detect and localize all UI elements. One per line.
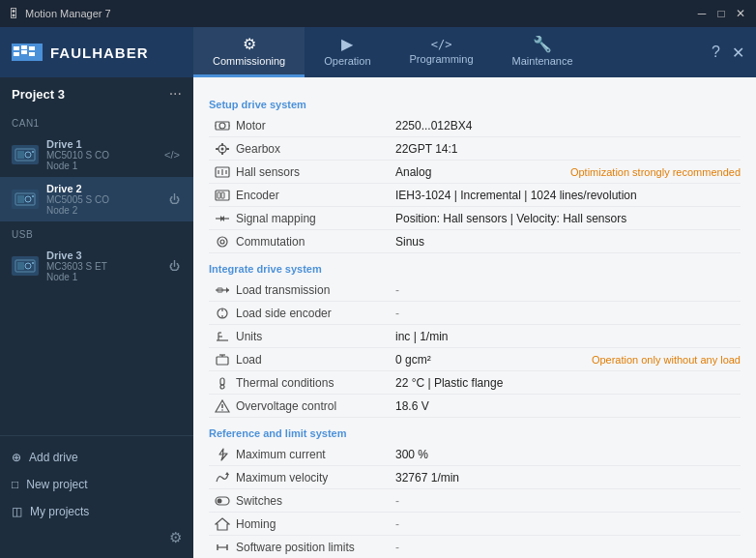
titlebar: 🎛 Motion Manager 7 ─ □ ✕ <box>0 0 756 27</box>
prop-load-enc: Load side encoder - <box>209 302 741 325</box>
project-title: Project 3 <box>12 87 65 102</box>
load-trans-label: Load transmission <box>236 283 395 297</box>
svg-rect-27 <box>226 148 229 150</box>
drive-2-info: Drive 2 MC5005 S CO Node 2 <box>46 183 160 216</box>
prop-gearbox: Gearbox 22GPT 14:1 <box>209 137 741 161</box>
svg-rect-34 <box>221 192 224 198</box>
header-right: ? ✕ <box>700 27 756 77</box>
soft-limits-value: - <box>395 541 741 554</box>
svg-rect-4 <box>29 46 35 50</box>
svg-point-17 <box>32 262 34 264</box>
tab-maintenance[interactable]: 🔧 Maintenance <box>493 27 593 77</box>
drive-3-power-button[interactable]: ⏻ <box>167 259 182 273</box>
signal-value: Position: Hall sensors | Velocity: Hall … <box>395 212 741 225</box>
max-velocity-icon <box>209 471 236 485</box>
prop-load-trans: Load transmission - <box>209 279 741 302</box>
drive-2-power-button[interactable]: ⏻ <box>167 192 182 206</box>
my-projects-item[interactable]: ◫ My projects <box>0 498 193 525</box>
overvoltage-icon <box>209 399 236 413</box>
prop-commutation: Commutation Sinus <box>209 230 741 253</box>
commutation-value: Sinus <box>395 235 741 249</box>
app-title: Motion Manager 7 <box>25 8 111 19</box>
tab-operation[interactable]: ▶ Operation <box>305 27 390 77</box>
maximize-button[interactable]: □ <box>713 6 729 21</box>
project-header: Project 3 ··· <box>0 77 193 110</box>
programming-icon: </> <box>431 38 452 51</box>
max-velocity-label: Maximum velocity <box>236 471 395 485</box>
overvoltage-label: Overvoltage control <box>236 399 395 413</box>
hall-label: Hall sensors <box>236 165 395 179</box>
load-icon <box>209 353 236 367</box>
prop-max-velocity: Maximum velocity 32767 1/min <box>209 466 741 489</box>
drive-2-model: MC5005 S CO <box>46 194 160 205</box>
max-current-label: Maximum current <box>236 448 395 461</box>
logo-text: FAULHABER <box>50 44 149 61</box>
motor-value: 2250...012BX4 <box>395 119 741 132</box>
load-trans-icon <box>209 283 236 297</box>
drive-item-2[interactable]: Drive 2 MC5005 S CO Node 2 ⏻ <box>0 177 193 221</box>
project-menu-button[interactable]: ··· <box>169 85 182 103</box>
units-icon <box>209 330 236 343</box>
prop-signal: Signal mapping Position: Hall sensors | … <box>209 207 741 230</box>
prop-soft-limits: Software position limits - <box>209 536 741 558</box>
svg-rect-51 <box>217 357 228 365</box>
svg-marker-60 <box>225 472 229 475</box>
thermal-icon <box>209 376 236 390</box>
motor-icon <box>209 119 236 132</box>
settings-button[interactable]: ✕ <box>732 44 744 62</box>
app-header: FAULHABER ⚙ Commissioning ▶ Operation </… <box>0 27 756 77</box>
tab-operation-label: Operation <box>324 55 370 67</box>
prop-encoder: Encoder IEH3-1024 | Incremental | 1024 l… <box>209 184 741 207</box>
max-current-icon <box>209 448 236 461</box>
svg-rect-2 <box>21 45 27 49</box>
prop-homing: Homing - <box>209 513 741 536</box>
drive-item-3[interactable]: Drive 3 MC3603 S ET Node 1 ⏻ <box>0 244 193 288</box>
tab-commissioning[interactable]: ⚙ Commissioning <box>193 27 305 77</box>
add-drive-item[interactable]: ⊕ Add drive <box>0 444 193 471</box>
hall-value: Analog <box>395 165 563 179</box>
section-integrate-header: Integrate drive system <box>209 257 741 279</box>
drive-1-code-button[interactable]: </> <box>162 148 182 162</box>
drive-3-name: Drive 3 <box>46 250 160 261</box>
tab-commissioning-label: Commissioning <box>213 55 285 67</box>
units-value: inc | 1/min <box>395 330 741 343</box>
svg-marker-42 <box>226 287 229 293</box>
my-projects-label: My projects <box>30 505 89 518</box>
max-current-value: 300 % <box>395 448 741 461</box>
overvoltage-value: 18.6 V <box>395 399 741 413</box>
drive-3-model: MC3603 S ET <box>46 261 160 272</box>
close-button[interactable]: ✕ <box>733 6 748 21</box>
svg-rect-5 <box>29 52 35 56</box>
encoder-icon <box>209 189 236 202</box>
drive-item-1[interactable]: Drive 1 MC5010 S CO Node 1 </> <box>0 132 193 177</box>
help-button[interactable]: ? <box>712 44 720 61</box>
drive-2-actions: ⏻ <box>167 192 182 206</box>
titlebar-left: 🎛 Motion Manager 7 <box>8 7 111 20</box>
switches-icon <box>209 494 236 508</box>
svg-point-39 <box>218 237 227 247</box>
minimize-button[interactable]: ─ <box>694 6 710 21</box>
commutation-label: Commutation <box>236 235 395 249</box>
commissioning-icon: ⚙ <box>243 35 256 53</box>
usb-label: USB <box>0 221 193 244</box>
svg-point-23 <box>221 147 224 150</box>
drive-2-name: Drive 2 <box>46 183 160 194</box>
thermal-value: 22 °C | Plastic flange <box>395 376 741 390</box>
homing-icon <box>209 517 236 531</box>
motor-label: Motor <box>236 119 395 132</box>
prop-overvoltage: Overvoltage control 18.6 V <box>209 395 741 418</box>
app-icon: 🎛 <box>8 7 19 20</box>
svg-point-19 <box>219 123 225 129</box>
maintenance-icon: 🔧 <box>533 35 552 53</box>
new-project-item[interactable]: □ New project <box>0 471 193 498</box>
svg-rect-26 <box>216 148 218 150</box>
gearbox-icon <box>209 142 236 156</box>
prop-switches: Switches - <box>209 489 741 513</box>
drive-1-model: MC5010 S CO <box>46 150 155 161</box>
drive-1-name: Drive 1 <box>46 138 155 150</box>
svg-point-13 <box>32 195 34 197</box>
load-enc-icon <box>209 307 236 320</box>
tab-programming[interactable]: </> Programming <box>391 27 493 77</box>
sidebar-settings-button[interactable]: ⚙ <box>169 529 182 546</box>
tab-maintenance-label: Maintenance <box>512 55 573 67</box>
